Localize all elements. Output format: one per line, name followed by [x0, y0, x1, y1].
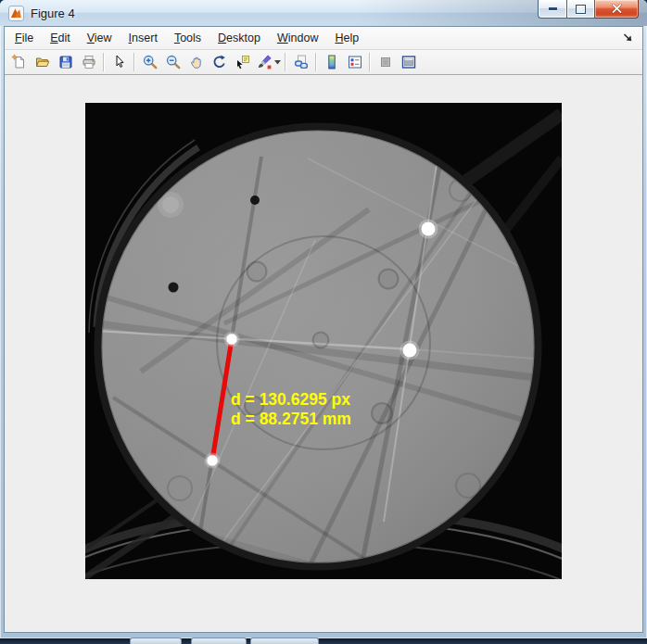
toolbar-separator [103, 53, 105, 71]
menu-window[interactable]: Window [269, 29, 326, 47]
print-figure-button[interactable] [77, 52, 100, 73]
menu-view[interactable]: View [79, 29, 121, 47]
save-figure-button[interactable] [54, 52, 77, 73]
link-plot-button[interactable] [289, 52, 312, 73]
rotate-3d-icon [211, 54, 228, 70]
hide-plot-tools-button[interactable] [374, 52, 397, 73]
background-window-button[interactable] [130, 638, 182, 644]
matlab-logo-icon [8, 6, 24, 21]
measure-point-marker[interactable] [207, 455, 218, 466]
show-plot-tools-button[interactable] [397, 52, 420, 73]
menu-insert[interactable]: Insert [121, 29, 166, 47]
save-figure-icon [57, 54, 74, 70]
window-title: Figure 4 [31, 6, 75, 20]
menu-file[interactable]: File [6, 29, 42, 47]
window-controls [538, 0, 639, 19]
show-plot-tools-icon [400, 54, 417, 70]
maximize-icon [576, 5, 586, 14]
zoom-out-button[interactable] [161, 52, 184, 73]
data-cursor-icon [235, 54, 251, 70]
insert-colorbar-button[interactable] [320, 52, 343, 73]
brush-button[interactable] [254, 52, 273, 73]
print-figure-icon [81, 54, 97, 70]
figure-canvas: d = 130.6295 pxd = 88.2751 mm [5, 103, 642, 633]
toolbar-separator [369, 53, 371, 71]
zoom-out-icon [165, 54, 182, 70]
pan-button[interactable] [184, 52, 208, 73]
toolbar-separator [285, 53, 286, 71]
insert-legend-icon [347, 54, 363, 70]
phantom-black-dot [169, 283, 179, 293]
edit-plot-icon [111, 54, 128, 70]
background-window-strip [0, 638, 647, 644]
close-icon [611, 4, 623, 14]
rotate-3d-button[interactable] [208, 52, 231, 73]
brush-icon [256, 54, 273, 70]
edit-plot-button[interactable] [108, 52, 131, 73]
hide-plot-tools-icon [377, 54, 394, 70]
bead-marker [403, 344, 417, 358]
brush-dropdown-button[interactable] [273, 52, 282, 73]
close-button[interactable] [595, 0, 639, 19]
titlebar[interactable]: Figure 4 [0, 0, 647, 26]
figure-axes[interactable]: d = 130.6295 pxd = 88.2751 mm [85, 103, 562, 579]
figure-window: Figure 4 File Edit View Insert Tools Des… [0, 0, 647, 638]
toolbar-separator [315, 53, 317, 71]
menu-help[interactable]: Help [326, 29, 367, 47]
menubar: File Edit View Insert Tools Desktop Wind… [5, 27, 642, 50]
menu-edit[interactable]: Edit [42, 29, 79, 47]
measurement-label: d = 130.6295 px [231, 390, 350, 409]
maximize-button[interactable] [566, 0, 595, 19]
brush-dropdown-icon [274, 60, 281, 65]
insert-legend-button[interactable] [343, 52, 366, 73]
phantom-black-dot [250, 196, 260, 205]
menu-tools[interactable]: Tools [166, 29, 209, 47]
new-figure-icon [11, 54, 28, 70]
measure-point-marker[interactable] [226, 334, 237, 345]
measurement-label: d = 88.2751 mm [231, 410, 351, 428]
insert-colorbar-icon [324, 54, 340, 70]
zoom-in-icon [142, 54, 159, 70]
zoom-in-button[interactable] [138, 52, 161, 73]
link-plot-icon [293, 54, 310, 70]
minimize-icon [549, 7, 557, 10]
ct-image: d = 130.6295 pxd = 88.2751 mm [85, 103, 562, 579]
minimize-button[interactable] [538, 0, 566, 19]
menu-desktop[interactable]: Desktop [209, 29, 269, 47]
screen: { "window": { "title": "Figure 4", "cont… [0, 0, 647, 644]
bead-marker [422, 222, 436, 236]
client-area: File Edit View Insert Tools Desktop Wind… [4, 26, 643, 633]
new-figure-button[interactable] [7, 52, 31, 73]
data-cursor-button[interactable] [231, 52, 254, 73]
figure-toolbar [5, 50, 642, 75]
dock-figure-icon[interactable] [622, 32, 634, 44]
open-file-icon [34, 54, 51, 70]
background-window-button[interactable] [250, 638, 319, 644]
pan-icon [188, 54, 205, 70]
background-window-button[interactable] [191, 638, 247, 644]
toolbar-separator [133, 53, 135, 71]
open-file-button[interactable] [31, 52, 54, 73]
